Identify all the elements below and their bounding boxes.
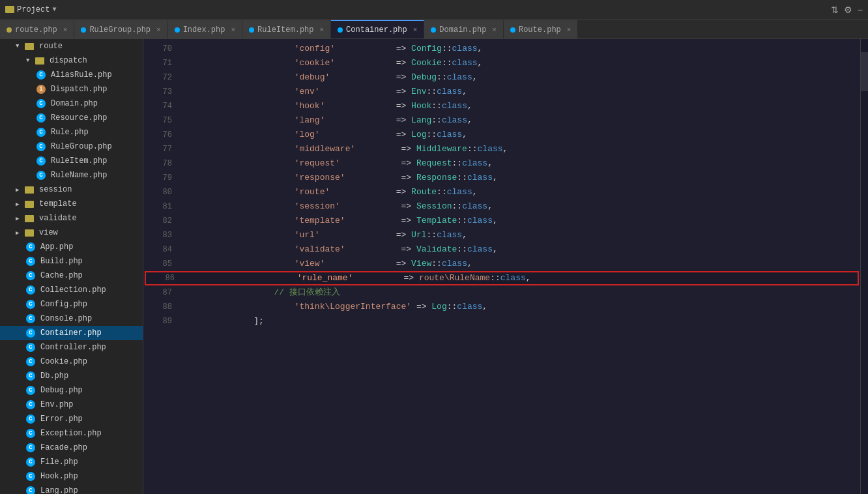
file-icon-collection: C	[26, 285, 35, 295]
top-bar: Project ▼ ⇅ ⚙ −	[0, 0, 868, 20]
top-bar-actions: ⇅ ⚙ −	[831, 5, 863, 15]
sidebar-label-rule: Rule.php	[51, 128, 89, 137]
tab-label-container: Container.php	[346, 25, 407, 35]
tab-container-php[interactable]: Container.php ×	[331, 20, 424, 38]
sidebar-item-rulename[interactable]: C RuleName.php	[0, 168, 143, 182]
sidebar-item-aliasrule[interactable]: C AliasRule.php	[0, 68, 143, 82]
sidebar-item-db[interactable]: C Db.php	[0, 369, 143, 383]
line-number-84: 84	[149, 245, 172, 254]
sidebar-item-dispatch[interactable]: i Dispatch.php	[0, 82, 143, 96]
sidebar-label-db: Db.php	[40, 371, 68, 381]
sidebar-label-error: Error.php	[40, 414, 83, 424]
sidebar-item-rulegroup[interactable]: C RuleGroup.php	[0, 139, 143, 154]
project-folder-icon	[5, 6, 14, 13]
file-icon-debug: C	[26, 386, 35, 395]
sidebar-item-facade[interactable]: C Facade.php	[0, 441, 143, 455]
tab-close-index[interactable]: ×	[231, 26, 235, 34]
file-icon-file: C	[26, 458, 35, 467]
file-icon-dispatch: i	[36, 85, 46, 94]
sidebar-item-debug[interactable]: C Debug.php	[0, 383, 143, 398]
minimap[interactable]	[860, 39, 868, 494]
sidebar-item-collection[interactable]: C Collection.php	[0, 283, 143, 297]
sidebar-item-lang[interactable]: C Lang.php	[0, 484, 143, 494]
settings-icon[interactable]: ⚙	[844, 5, 852, 15]
tab-close-ruleitem[interactable]: ×	[320, 26, 325, 34]
sidebar-label-route: route	[39, 42, 63, 51]
sidebar-item-rule[interactable]: C Rule.php	[0, 125, 143, 139]
sidebar-label-build: Build.php	[40, 257, 83, 266]
tab-close-route-class[interactable]: ×	[567, 26, 571, 34]
line-number-82: 82	[149, 216, 172, 225]
sidebar-item-console[interactable]: C Console.php	[0, 312, 143, 326]
minimap-slider[interactable]	[861, 52, 868, 91]
file-icon-config: C	[26, 300, 35, 309]
tab-label-domain: Domain.php	[439, 25, 486, 35]
tab-close-rulegroup[interactable]: ×	[156, 26, 161, 34]
file-icon-console: C	[26, 314, 35, 323]
sidebar-item-file[interactable]: C File.php	[0, 455, 143, 469]
minimize-icon[interactable]: −	[858, 5, 863, 15]
sidebar-item-exception[interactable]: C Exception.php	[0, 426, 143, 441]
code-scroll[interactable]: 70 'config' => Config::class, 71 'cookie…	[143, 39, 860, 494]
project-dropdown-icon[interactable]: ▼	[52, 6, 56, 13]
sidebar-label-controller: Controller.php	[40, 343, 106, 352]
tab-label-route-class: Route.php	[519, 25, 561, 35]
sidebar-item-template-folder[interactable]: ▶ template	[0, 197, 143, 211]
project-title[interactable]: Project ▼	[5, 5, 56, 14]
sidebar-item-resource[interactable]: C Resource.php	[0, 111, 143, 125]
expand-icon[interactable]: ⇅	[831, 5, 839, 15]
sidebar-label-lang: Lang.php	[40, 486, 78, 494]
tab-close-route[interactable]: ×	[63, 26, 68, 34]
line-number-86: 86	[151, 274, 175, 283]
line-number-87: 87	[149, 288, 172, 297]
sidebar-item-cache[interactable]: C Cache.php	[0, 269, 143, 283]
arrow-icon-session: ▶	[16, 186, 22, 194]
tab-dot-domain	[431, 27, 436, 33]
sidebar-item-container[interactable]: C Container.php	[0, 326, 143, 340]
sidebar-label-rulename: RuleName.php	[51, 171, 107, 180]
sidebar-item-controller[interactable]: C Controller.php	[0, 340, 143, 355]
tab-close-container[interactable]: ×	[413, 26, 418, 34]
sidebar-item-dispatch-folder[interactable]: ▼ dispatch	[0, 53, 143, 68]
sidebar-item-hook[interactable]: C Hook.php	[0, 469, 143, 484]
arrow-icon-validate: ▶	[16, 215, 22, 222]
tab-dot-container	[338, 27, 343, 33]
tab-ruleitem-php[interactable]: RuleItem.php ×	[242, 20, 331, 38]
sidebar-label-dispatch: dispatch	[50, 56, 87, 65]
tab-route-class-php[interactable]: Route.php ×	[504, 20, 578, 38]
sidebar-label-cache: Cache.php	[40, 271, 83, 280]
sidebar-item-validate-folder[interactable]: ▶ validate	[0, 211, 143, 225]
sidebar-item-build[interactable]: C Build.php	[0, 254, 143, 269]
line-number-78: 78	[149, 159, 172, 168]
tab-close-domain[interactable]: ×	[492, 26, 497, 34]
tab-route-php[interactable]: route.php ×	[0, 20, 74, 38]
file-icon-env: C	[26, 400, 35, 409]
sidebar-item-cookie[interactable]: C Cookie.php	[0, 355, 143, 369]
line-number-77: 77	[149, 145, 172, 154]
tab-rulegroup-php[interactable]: RuleGroup.php ×	[74, 20, 167, 38]
sidebar-label-facade: Facade.php	[40, 443, 87, 452]
main-content: ▼ route ▼ dispatch C AliasRule.php i Dis…	[0, 39, 868, 494]
line-number-72: 72	[149, 73, 172, 82]
tab-index-php[interactable]: Index.php ×	[168, 20, 242, 38]
sidebar-label-debug: Debug.php	[40, 386, 83, 395]
line-number-89: 89	[149, 317, 172, 326]
sidebar-item-session-folder[interactable]: ▶ session	[0, 182, 143, 197]
file-icon-ruleitem: C	[36, 156, 46, 166]
line-number-83: 83	[149, 231, 172, 240]
sidebar-item-app[interactable]: C App.php	[0, 240, 143, 254]
sidebar-item-view-folder[interactable]: ▶ view	[0, 225, 143, 240]
sidebar-item-env[interactable]: C Env.php	[0, 398, 143, 412]
sidebar-label-domain-file: Domain.php	[51, 99, 98, 108]
sidebar-item-config[interactable]: C Config.php	[0, 297, 143, 312]
sidebar-item-error[interactable]: C Error.php	[0, 412, 143, 426]
tab-dot-route-class	[510, 27, 515, 33]
line-number-88: 88	[149, 302, 172, 312]
sidebar-label-rulegroup-file: RuleGroup.php	[51, 142, 112, 151]
tab-bar: route.php × RuleGroup.php × Index.php × …	[0, 20, 868, 39]
tab-domain-php[interactable]: Domain.php ×	[424, 20, 504, 38]
arrow-icon-dispatch: ▼	[26, 57, 33, 64]
sidebar-item-route-folder[interactable]: ▼ route	[0, 39, 143, 53]
sidebar-item-domain-file[interactable]: C Domain.php	[0, 96, 143, 111]
sidebar-item-ruleitem[interactable]: C RuleItem.php	[0, 154, 143, 168]
